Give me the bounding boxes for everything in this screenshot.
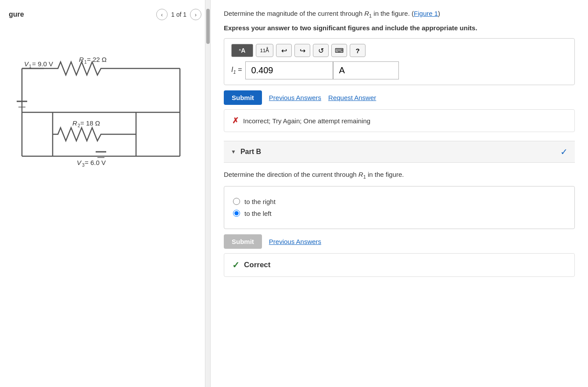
input-label: I1 =	[231, 66, 242, 75]
unit-format-button[interactable]: ⁿA	[231, 44, 253, 57]
correct-check-icon: ✓	[232, 260, 240, 270]
correct-label: Correct	[244, 261, 270, 269]
part-a-instruction: Express your answer to two significant f…	[224, 23, 575, 33]
value-input[interactable]	[245, 61, 333, 79]
incorrect-icon: ✗	[232, 116, 239, 125]
svg-text:= 6.0 V: = 6.0 V	[85, 159, 106, 166]
part-a-feedback: ✗ Incorrect; Try Again; One attempt rema…	[224, 109, 575, 132]
figure-next-button[interactable]: ›	[190, 9, 201, 20]
redo-button[interactable]: ↪	[294, 44, 310, 57]
undo-button[interactable]: ↩	[276, 44, 292, 57]
part-b-question-text: Determine the direction of the current t…	[224, 170, 575, 181]
part-a-previous-answers-button[interactable]: Previous Answers	[269, 94, 321, 101]
option-left[interactable]: to the left	[233, 210, 566, 217]
part-a-request-answer-button[interactable]: Request Answer	[328, 94, 376, 101]
part-a-input-row: I1 =	[231, 61, 567, 79]
part-b-action-row: Submit Previous Answers	[224, 234, 575, 249]
keyboard-button[interactable]: ⌨	[331, 44, 347, 57]
unit-input[interactable]	[333, 61, 399, 79]
part-a-feedback-text: Incorrect; Try Again; One attempt remain…	[243, 117, 370, 125]
part-b-arrow: ▼	[231, 149, 236, 155]
figure-link[interactable]: Figure 1	[414, 10, 438, 17]
part-a-action-row: Submit Previous Answers Request Answer	[224, 90, 575, 105]
figure-prev-button[interactable]: ‹	[156, 9, 168, 20]
svg-text:= 9.0 V: = 9.0 V	[32, 60, 53, 68]
svg-text:R: R	[72, 119, 77, 127]
figure-title: gure	[9, 11, 24, 18]
figure-count: 1 of 1	[171, 11, 186, 18]
part-b-previous-answers-button[interactable]: Previous Answers	[269, 238, 321, 245]
part-a-toolbar: ⁿA 11Å ↩ ↪ ↺ ⌨ ?	[231, 44, 567, 57]
part-a-question-text: Determine the magnitude of the current t…	[224, 9, 575, 20]
svg-text:= 22 Ω: = 22 Ω	[87, 56, 107, 63]
part-b-header[interactable]: ▼ Part B ✓	[224, 141, 575, 163]
radio-right[interactable]	[233, 198, 240, 205]
part-b-correct-box: ✓ Correct	[224, 253, 575, 277]
circuit-diagram: V 1 = 9.0 V R 1 = 22 Ω	[4, 25, 206, 193]
scrollbar[interactable]	[205, 0, 210, 387]
part-b-check-icon: ✓	[560, 147, 568, 157]
part-a-question: Determine the magnitude of the current t…	[224, 9, 575, 132]
part-a-answer-box: ⁿA 11Å ↩ ↪ ↺ ⌨ ? I1 =	[224, 38, 575, 85]
option-left-label: to the left	[244, 210, 272, 217]
refresh-button[interactable]: ↺	[313, 44, 329, 57]
option-right[interactable]: to the right	[233, 198, 566, 205]
option-right-label: to the right	[244, 198, 276, 205]
svg-text:V: V	[77, 159, 82, 166]
radio-left[interactable]	[233, 210, 240, 217]
help-button[interactable]: ?	[350, 44, 366, 57]
part-a-submit-button[interactable]: Submit	[224, 90, 262, 105]
svg-text:= 18 Ω: = 18 Ω	[80, 119, 100, 127]
part-b-submit-button[interactable]: Submit	[224, 234, 262, 249]
part-b-radio-group: to the right to the left	[224, 186, 575, 229]
part-b: ▼ Part B ✓ Determine the direction of th…	[224, 141, 575, 277]
part-b-label: Part B	[240, 148, 261, 156]
angstrom-button[interactable]: 11Å	[256, 44, 273, 57]
